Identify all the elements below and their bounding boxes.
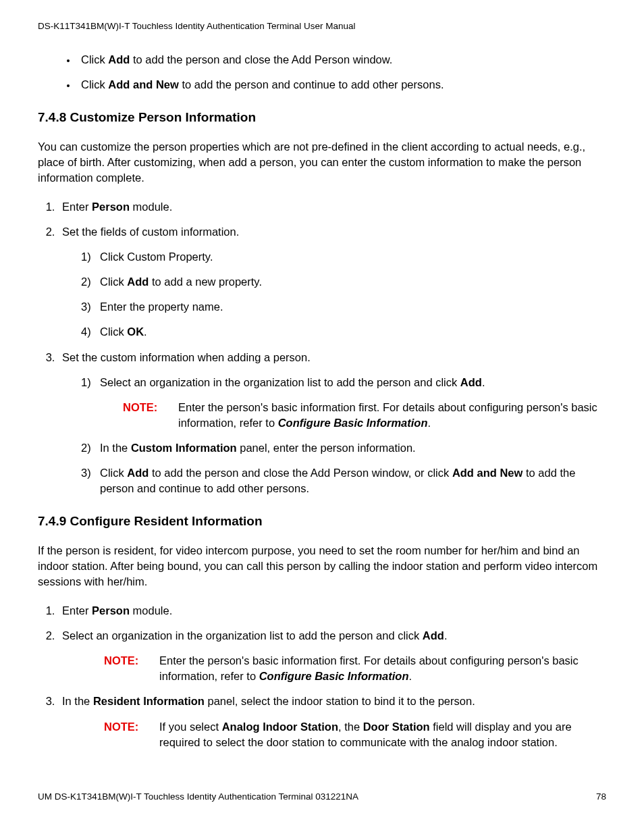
section-heading-749: 7.4.9 Configure Resident Information: [38, 513, 606, 531]
text: Set the fields of custom information.: [62, 226, 239, 238]
bold-text: Add: [108, 53, 130, 66]
note-label: NOTE:: [104, 719, 139, 750]
text: Click: [100, 467, 127, 479]
text: , the: [338, 721, 363, 733]
note-block: NOTE: If you select Analog Indoor Statio…: [104, 719, 606, 750]
step-list: Enter Person module. Set the fields of c…: [38, 199, 606, 496]
intro-bullet-list: Click Add to add the person and close th…: [38, 52, 606, 93]
bold-text: Add and New: [108, 78, 179, 90]
note-text: Enter the person's basic information fir…: [159, 653, 606, 684]
page-footer: UM DS-K1T341BM(W)I-T Touchless Identity …: [38, 791, 606, 804]
substep-item: Click Custom Property.: [81, 249, 606, 265]
bold-text: Add: [127, 276, 149, 288]
footer-left: UM DS-K1T341BM(W)I-T Touchless Identity …: [38, 791, 358, 804]
substep-list: Click Custom Property. Click Add to add …: [62, 249, 606, 340]
bold-text: Custom Information: [131, 442, 237, 454]
list-item: Click Add to add the person and close th…: [77, 52, 606, 68]
note-text: Enter the person's basic information fir…: [178, 400, 606, 431]
bold-text: Analog Indoor Station: [222, 721, 338, 733]
text: Click: [100, 276, 127, 288]
note-label: NOTE:: [123, 400, 158, 431]
text: In the: [100, 442, 131, 454]
text: Click: [81, 53, 108, 66]
bold-text: Add and New: [452, 467, 523, 479]
section-description: If the person is resident, for video int…: [38, 543, 606, 590]
text: module.: [130, 201, 172, 213]
substep-item: Click Add to add the person and close th…: [81, 465, 606, 496]
footer-page-number: 78: [596, 791, 606, 804]
bold-text: Add: [127, 467, 149, 479]
section-description: You can customize the person properties …: [38, 139, 606, 186]
text: to add the person and close the Add Pers…: [130, 53, 392, 66]
text: Click: [81, 78, 108, 90]
text: Click: [100, 325, 127, 338]
bold-italic-text: Configure Basic Information: [278, 417, 428, 429]
step-list: Enter Person module. Select an organizat…: [38, 603, 606, 750]
note-block: NOTE: Enter the person's basic informati…: [104, 653, 606, 684]
step-item: Set the custom information when adding a…: [58, 350, 606, 497]
substep-item: Click Add to add a new property.: [81, 274, 606, 290]
text: Select an organization in the organizati…: [100, 376, 460, 388]
text: module.: [130, 604, 172, 617]
bold-italic-text: Configure Basic Information: [259, 670, 409, 682]
text: .: [409, 670, 412, 682]
substep-item: In the Custom Information panel, enter t…: [81, 440, 606, 456]
text: .: [444, 629, 448, 642]
bold-text: Resident Information: [93, 695, 205, 707]
text: .: [144, 325, 147, 338]
text: .: [428, 417, 431, 429]
step-item: In the Resident Information panel, selec…: [58, 694, 606, 750]
step-item: Select an organization in the organizati…: [58, 628, 606, 684]
step-item: Set the fields of custom information. Cl…: [58, 224, 606, 340]
text: panel, select the indoor station to bind…: [205, 695, 475, 707]
text: In the: [62, 695, 93, 707]
bold-text: Add: [423, 629, 444, 642]
text: Select an organization in the organizati…: [62, 629, 423, 642]
bold-text: Person: [92, 604, 130, 617]
step-item: Enter Person module.: [58, 199, 606, 215]
section-heading-748: 7.4.8 Customize Person Information: [38, 109, 606, 127]
text: panel, enter the person information.: [237, 442, 416, 454]
substep-list: Select an organization in the organizati…: [62, 375, 606, 497]
text: Enter: [62, 201, 92, 213]
substep-item: Select an organization in the organizati…: [81, 375, 606, 431]
text: If you select: [159, 721, 222, 733]
bold-text: Add: [460, 376, 482, 388]
text: .: [482, 376, 485, 388]
note-text: If you select Analog Indoor Station, the…: [159, 719, 606, 750]
page-header: DS-K11T341BM(W)I-T Touchless Identity Au…: [38, 20, 606, 33]
substep-item: Enter the property name.: [81, 299, 606, 315]
text: to add a new property.: [149, 276, 262, 288]
list-item: Click Add and New to add the person and …: [77, 77, 606, 93]
bold-text: OK: [127, 325, 144, 338]
text: to add the person and continue to add ot…: [179, 78, 444, 90]
note-label: NOTE:: [104, 653, 139, 684]
text: to add the person and close the Add Pers…: [149, 467, 452, 479]
step-item: Enter Person module.: [58, 603, 606, 619]
text: Enter: [62, 604, 92, 617]
bold-text: Person: [92, 201, 130, 213]
text: Set the custom information when adding a…: [62, 351, 311, 363]
substep-item: Click OK.: [81, 324, 606, 340]
bold-text: Door Station: [363, 721, 430, 733]
note-block: NOTE: Enter the person's basic informati…: [123, 400, 606, 431]
